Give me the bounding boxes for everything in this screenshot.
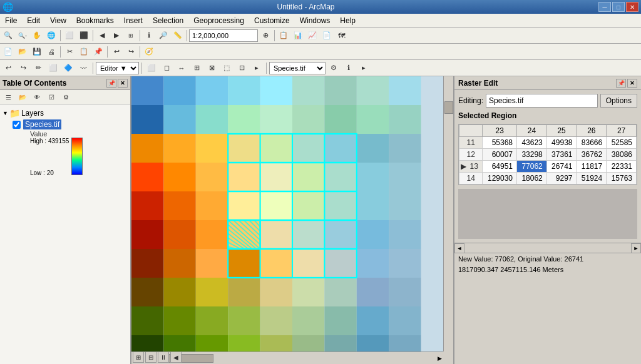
menu-geoprocessing[interactable]: Geoprocessing <box>188 15 249 26</box>
menu-help[interactable]: Help <box>335 15 361 26</box>
zoom-apply-btn[interactable]: ⊕ <box>259 29 272 43</box>
copy-btn[interactable]: 📋 <box>77 45 91 59</box>
ed-tool6[interactable]: ⬚ <box>220 61 233 75</box>
cell-12-23[interactable]: 60007 <box>483 149 517 161</box>
back-btn[interactable]: ◀ <box>95 29 109 43</box>
editor-arrow-btn[interactable]: ↩ <box>1 61 15 75</box>
cell-11-25[interactable]: 49938 <box>546 137 577 149</box>
raster-options-btn[interactable]: Options <box>600 94 637 108</box>
editor-curve-btn[interactable]: 〰 <box>76 61 90 75</box>
layer-props-btn[interactable]: ⚙ <box>327 61 341 75</box>
undo-btn[interactable]: ↩ <box>110 45 123 59</box>
toc-pin-btn[interactable]: 📌 <box>106 79 116 88</box>
raster-pin-btn[interactable]: 📌 <box>616 79 626 88</box>
identify-btn[interactable]: ℹ <box>142 29 156 43</box>
open-btn[interactable]: 📂 <box>16 45 29 59</box>
ed-tool7[interactable]: ⊡ <box>235 61 249 75</box>
cell-12-25[interactable]: 37361 <box>546 149 577 161</box>
cell-13-27[interactable]: 22331 <box>607 161 637 173</box>
layer-more-btn[interactable]: ▸ <box>357 61 371 75</box>
cell-13-23[interactable]: 64951 <box>483 161 517 173</box>
scroll-thumb-v[interactable] <box>444 101 453 114</box>
raster-editing-input[interactable] <box>486 94 598 108</box>
layer-info-btn[interactable]: ℹ <box>342 61 356 75</box>
cell-14-25[interactable]: 9297 <box>546 173 577 185</box>
print-btn[interactable]: 🖨 <box>44 45 58 59</box>
fwd-btn[interactable]: ▶ <box>110 29 123 43</box>
map-ctrl1[interactable]: ⊞ <box>133 351 144 363</box>
menu-customize[interactable]: Customize <box>249 15 295 26</box>
menu-edit[interactable]: Edit <box>22 15 45 26</box>
menu-insert[interactable]: Insert <box>119 15 148 26</box>
ed-tool4[interactable]: ⊞ <box>190 61 203 75</box>
zoom-in-btn[interactable]: 🔍 <box>1 29 15 43</box>
layer-btn[interactable]: 📋 <box>277 29 290 43</box>
select-btn[interactable]: ⬜ <box>63 29 76 43</box>
cell-11-23[interactable]: 55368 <box>483 137 517 149</box>
cell-11-27[interactable]: 52585 <box>607 137 637 149</box>
menu-selection[interactable]: Selection <box>148 15 188 26</box>
map-scrollbar-vertical[interactable] <box>443 76 453 351</box>
restore-button[interactable]: □ <box>612 2 625 12</box>
chart-btn[interactable]: 📈 <box>305 29 319 43</box>
cell-12-26[interactable]: 36762 <box>577 149 607 161</box>
pan-btn[interactable]: ✋ <box>30 29 44 43</box>
save-btn[interactable]: 💾 <box>30 45 44 59</box>
ed-tool2[interactable]: ◻ <box>160 61 173 75</box>
species-checkbox[interactable] <box>13 121 21 129</box>
cell-12-27[interactable]: 38086 <box>607 149 637 161</box>
close-button[interactable]: ✕ <box>626 2 638 12</box>
paste-btn[interactable]: 📌 <box>91 45 105 59</box>
measure-btn[interactable]: 📏 <box>171 29 185 43</box>
cell-11-24[interactable]: 43623 <box>517 137 547 149</box>
table-btn[interactable]: 📊 <box>291 29 305 43</box>
menu-windows[interactable]: Windows <box>295 15 336 26</box>
editor-poly-btn[interactable]: 🔷 <box>61 61 75 75</box>
scroll-right-btn[interactable]: ▶ <box>436 355 443 361</box>
cell-13-25[interactable]: 26741 <box>546 161 577 173</box>
full-extent-btn[interactable]: ⊞ <box>124 29 138 43</box>
map-area[interactable]: ◀ ▶ ⊞ ⊟ ⏸ ◀ <box>131 76 453 364</box>
editor-pencil-btn[interactable]: ✏ <box>31 61 45 75</box>
map-ctrl2[interactable]: ⊟ <box>145 351 156 363</box>
ed-tool5[interactable]: ⊠ <box>205 61 218 75</box>
cell-12-24[interactable]: 33298 <box>517 149 547 161</box>
new-btn[interactable]: 📄 <box>1 45 15 59</box>
cell-11-26[interactable]: 83666 <box>577 137 607 149</box>
ed-tool1[interactable]: ⬜ <box>145 61 158 75</box>
menu-view[interactable]: View <box>45 15 71 26</box>
find-btn[interactable]: 🔎 <box>156 29 170 43</box>
menu-file[interactable]: File <box>0 15 22 26</box>
redo-btn[interactable]: ↪ <box>124 45 138 59</box>
ed-tool3[interactable]: ↔ <box>175 61 188 75</box>
toc-list-btn[interactable]: ☰ <box>1 91 15 104</box>
cell-14-24[interactable]: 18062 <box>517 173 547 185</box>
map-ctrl4[interactable]: ◀ <box>170 351 182 363</box>
toc-close-btn[interactable]: ✕ <box>118 79 128 88</box>
ed-more[interactable]: ▸ <box>250 61 264 75</box>
cell-14-26[interactable]: 51924 <box>577 173 607 185</box>
globe-btn[interactable]: 🌐 <box>44 29 58 43</box>
editor-square-btn[interactable]: ⬜ <box>46 61 60 75</box>
map-ctrl3[interactable]: ⏸ <box>158 351 169 363</box>
cell-13-24-selected[interactable]: 77062 <box>517 161 547 173</box>
raster-scrollbar-h[interactable]: ◄ ► <box>454 243 641 253</box>
select2-btn[interactable]: ⬛ <box>77 29 91 43</box>
editor-right-btn[interactable]: ↪ <box>16 61 30 75</box>
editor-dropdown[interactable]: Editor ▼ <box>96 62 139 74</box>
menu-bookmarks[interactable]: Bookmarks <box>71 15 119 26</box>
layer-select[interactable]: Species.tif <box>269 62 326 74</box>
raster-scroll-right[interactable]: ► <box>631 243 641 253</box>
cell-14-23[interactable]: 129030 <box>483 173 517 185</box>
cell-13-26[interactable]: 11817 <box>577 161 607 173</box>
toc-vis-btn[interactable]: 👁 <box>30 91 44 104</box>
toc-sel-btn[interactable]: ☑ <box>44 91 58 104</box>
scale-input[interactable] <box>189 29 258 42</box>
expand-icon[interactable]: ▼ <box>3 110 8 116</box>
raster-scroll-left[interactable]: ◄ <box>454 243 464 253</box>
zoom-out-btn[interactable]: 🔍- <box>16 29 29 43</box>
toc-source-btn[interactable]: 📂 <box>16 91 29 104</box>
cut-btn[interactable]: ✂ <box>63 45 76 59</box>
map-btn[interactable]: 🗺 <box>334 29 348 43</box>
raster-close-btn[interactable]: ✕ <box>627 79 637 88</box>
